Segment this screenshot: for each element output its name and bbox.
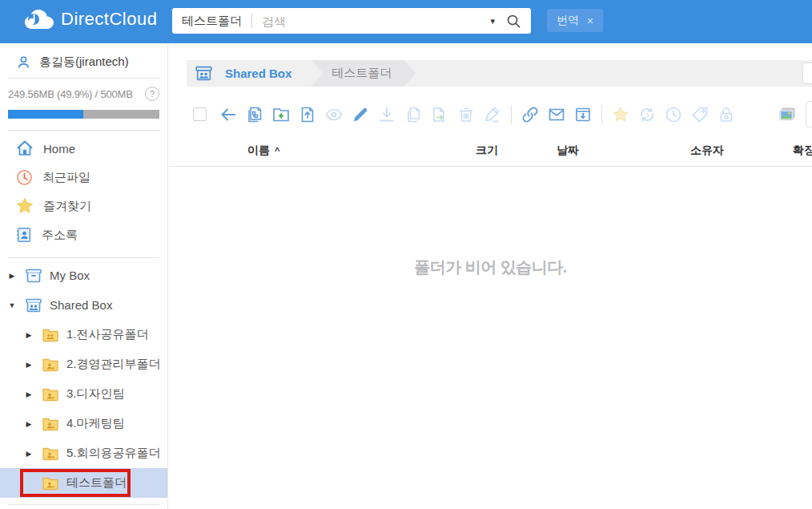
search-dropdown-caret-icon[interactable]: ▾	[490, 16, 495, 26]
history-clock-icon[interactable]	[663, 104, 684, 125]
tree-item-folder-3[interactable]: ▶ 3.디자인팀	[0, 379, 167, 409]
tree-item-shared-box[interactable]: ▼ Shared Box	[0, 290, 167, 320]
tree-item-folder-4[interactable]: ▶ 4.마케팅팀	[0, 409, 167, 438]
move-icon[interactable]	[429, 104, 450, 125]
sidebar-item-label: 즐겨찾기	[43, 199, 91, 214]
toolbar: 1	[169, 95, 812, 133]
column-header-owner[interactable]: 소유자	[690, 143, 724, 158]
my-box-icon	[24, 266, 43, 285]
save-to-box-icon[interactable]	[573, 104, 593, 125]
personal-folder-icon	[41, 355, 60, 374]
tag-icon[interactable]	[689, 104, 710, 125]
file-list-empty-state: 폴더가 비어 있습니다.	[169, 167, 812, 278]
copy-icon[interactable]	[403, 104, 424, 125]
top-header: DirectCloud 테스트폴더 ▾ 번역 ×	[0, 0, 812, 43]
shared-box-icon	[24, 296, 43, 315]
column-header-size[interactable]: 크기	[476, 143, 498, 158]
sidebar-item-label: 최근파일	[42, 170, 90, 185]
tree-item-folder-5[interactable]: ▶ 5.회의용공유폴더	[0, 438, 167, 468]
breadcrumb-item-current-folder[interactable]: 테스트폴더	[311, 60, 416, 87]
storage-section: 249.56MB (49.9%) / 500MB ?	[0, 79, 167, 119]
tree-item-label: Shared Box	[50, 298, 112, 312]
favorite-star-icon[interactable]	[610, 104, 631, 125]
column-header-date[interactable]: 날짜	[557, 143, 579, 158]
select-all-checkbox[interactable]	[193, 107, 207, 121]
search-box: 테스트폴더 ▾	[172, 8, 531, 34]
expand-caret-icon[interactable]: ▶	[17, 331, 41, 339]
address-book-icon	[15, 226, 33, 244]
recent-clock-icon	[15, 168, 34, 187]
personal-folder-icon	[41, 414, 60, 434]
sidebar-nav: Home 최근파일 즐겨찾기	[0, 131, 167, 252]
logo-text: DirectCloud	[61, 9, 157, 30]
expand-caret-icon[interactable]: ▶	[17, 420, 41, 428]
mail-share-icon[interactable]	[546, 104, 567, 125]
shared-box-breadcrumb-icon	[194, 63, 214, 83]
collapse-caret-icon[interactable]: ▼	[0, 301, 24, 309]
translate-chip-label: 번역	[557, 14, 579, 28]
toolbar-separator	[511, 105, 512, 124]
search-scope-selector[interactable]: 테스트폴더	[182, 14, 242, 29]
sidebar-item-address-book[interactable]: 주소록	[0, 220, 167, 249]
user-name: 홍길동(jirantech)	[39, 55, 129, 70]
toolbar-separator	[601, 105, 602, 124]
search-divider	[251, 14, 252, 28]
storage-progress-fill	[8, 110, 83, 119]
sidebar-item-label: Home	[43, 142, 75, 156]
new-folder-icon[interactable]	[271, 104, 291, 125]
sidebar-item-favorites[interactable]: 즐겨찾기	[0, 192, 167, 220]
tree-item-folder-test-selected[interactable]: 테스트폴더	[0, 468, 167, 498]
lock-icon[interactable]	[716, 104, 737, 125]
preview-eye-icon[interactable]	[324, 104, 344, 125]
search-icon[interactable]	[506, 14, 521, 29]
tree-item-folder-2[interactable]: ▶ 2.경영관리부폴더	[0, 349, 167, 379]
delete-trash-icon[interactable]	[456, 104, 476, 125]
tree-item-label: 테스트폴더	[66, 475, 127, 491]
expand-caret-icon[interactable]: ▶	[0, 272, 24, 280]
main-panel: Shared Box 테스트폴더	[169, 43, 812, 509]
translate-filter-chip[interactable]: 번역 ×	[547, 9, 603, 32]
star-icon	[15, 196, 34, 216]
sidebar-item-label: 주소록	[42, 228, 78, 243]
storage-usage-text: 249.56MB (49.9%) / 500MB	[8, 88, 133, 100]
column-header-extension[interactable]: 확장자	[793, 143, 812, 158]
upload-icon[interactable]	[297, 104, 318, 125]
search-input[interactable]	[262, 14, 485, 28]
edit-pencil-icon[interactable]	[350, 104, 371, 125]
version-icon[interactable]: 1	[637, 104, 657, 125]
tree-item-label: 4.마케팅팀	[66, 416, 125, 431]
chip-close-icon[interactable]: ×	[587, 14, 593, 27]
expand-caret-icon[interactable]: ▶	[17, 450, 41, 458]
tree-item-label: 2.경영관리부폴더	[66, 357, 161, 372]
storage-progress-bar	[8, 110, 159, 119]
breadcrumb-edge-button[interactable]	[802, 63, 812, 84]
logo[interactable]: DirectCloud	[24, 9, 157, 30]
personal-folder-icon	[41, 474, 60, 493]
empty-folder-message: 폴더가 비어 있습니다.	[414, 258, 567, 276]
sidebar-item-recent-files[interactable]: 최근파일	[0, 163, 167, 192]
tree-item-folder-1[interactable]: ▶ 1.전사공유폴더	[0, 320, 167, 349]
folder-tree: ▶ My Box ▼	[0, 258, 167, 498]
tree-item-label: 5.회의용공유폴더	[66, 446, 161, 461]
tree-item-my-box[interactable]: ▶ My Box	[0, 261, 167, 290]
gallery-view-icon[interactable]	[777, 104, 798, 125]
download-icon[interactable]	[376, 104, 397, 125]
sort-asc-icon: ^	[275, 146, 279, 156]
expand-caret-icon[interactable]: ▶	[17, 390, 41, 398]
breadcrumb-item-shared-box[interactable]: Shared Box	[225, 67, 291, 80]
expand-caret-icon[interactable]: ▶	[17, 361, 41, 369]
back-icon[interactable]	[218, 104, 239, 125]
tree-item-label: 1.전사공유폴더	[66, 327, 149, 342]
view-option-edge-button[interactable]	[806, 101, 812, 127]
column-header-name[interactable]: 이름^	[247, 143, 279, 158]
help-icon[interactable]: ?	[145, 87, 159, 101]
home-icon	[15, 139, 34, 158]
user-profile[interactable]: 홍길동(jirantech)	[0, 43, 167, 78]
rename-pen-icon[interactable]	[482, 104, 503, 125]
personal-folder-icon	[41, 385, 60, 404]
sidebar-item-home[interactable]: Home	[0, 134, 167, 163]
webdoc-icon[interactable]	[244, 104, 265, 125]
tree-item-label: 3.디자인팀	[66, 386, 125, 402]
link-share-icon[interactable]	[520, 104, 541, 125]
sidebar: 홍길동(jirantech) 249.56MB (49.9%) / 500MB …	[0, 43, 168, 509]
